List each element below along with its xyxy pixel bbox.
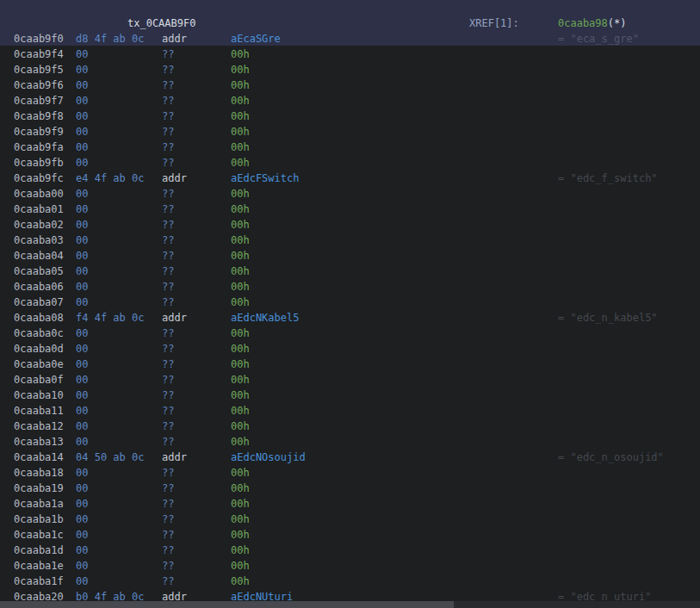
mnemonic-field[interactable]: ?? [162,202,174,217]
operand-field[interactable]: 00h [231,496,250,512]
listing-row[interactable]: 0caaba1b 00 ?? 00h [0,512,700,527]
mnemonic-field[interactable]: ?? [162,248,174,264]
mnemonic-field[interactable]: addr [162,31,187,47]
byte-values-field[interactable]: 00 [76,434,88,450]
byte-values-field[interactable]: 00 [76,78,88,93]
byte-values-field[interactable]: 00 [76,248,88,264]
byte-values-field[interactable]: 00 [76,279,88,295]
mnemonic-field[interactable]: ?? [162,543,174,558]
horizontal-scrollbar-thumb[interactable] [0,601,454,608]
operand-field[interactable]: 00h [231,295,250,310]
byte-values-field[interactable]: f4 4f ab 0c [76,310,144,326]
byte-values-field[interactable]: 00 [76,140,88,155]
listing-row[interactable]: 0caaba1d 00 ?? 00h [0,543,700,558]
listing-row[interactable]: 0caaba05 00 ?? 00h [0,264,700,279]
address-field[interactable]: 0caaba0c [14,326,64,341]
listing-row[interactable]: 0caab9f8 00 ?? 00h [0,109,700,124]
listing-row[interactable]: 0caaba13 00 ?? 00h [0,434,700,450]
mnemonic-field[interactable]: ?? [162,372,174,388]
address-field[interactable]: 0caaba1d [14,543,64,558]
listing-row[interactable]: 0caaba01 00 ?? 00h [0,202,700,217]
byte-values-field[interactable]: 00 [76,388,88,403]
listing-row[interactable]: 0caaba1c 00 ?? 00h [0,527,700,543]
byte-values-field[interactable]: 00 [76,109,88,124]
listing-row[interactable]: 0caaba00 00 ?? 00h [0,186,700,202]
byte-values-field[interactable]: 00 [76,326,88,341]
operand-field[interactable]: 00h [231,233,250,248]
mnemonic-field[interactable]: ?? [162,217,174,233]
mnemonic-field[interactable]: ?? [162,140,174,155]
operand-field[interactable]: 00h [231,326,250,341]
address-field[interactable]: 0caaba02 [14,217,64,233]
operand-field[interactable]: aEdcFSwitch [231,171,299,186]
operand-field[interactable]: 00h [231,403,250,419]
address-field[interactable]: 0caab9f0 [14,31,64,47]
address-field[interactable]: 0caaba11 [14,403,64,419]
operand-field[interactable]: 00h [231,140,250,155]
listing-row[interactable]: 0caaba0e 00 ?? 00h [0,357,700,372]
operand-field[interactable]: 00h [231,248,250,264]
mnemonic-field[interactable]: ?? [162,155,174,171]
listing-row[interactable]: 0caab9fc e4 4f ab 0c addr aEdcFSwitch = … [0,171,700,186]
address-field[interactable]: 0caaba1e [14,558,64,574]
address-field[interactable]: 0caaba10 [14,388,64,403]
address-field[interactable]: 0caaba14 [14,450,64,465]
mnemonic-field[interactable]: ?? [162,93,174,109]
address-field[interactable]: 0caaba18 [14,465,64,481]
operand-field[interactable]: 00h [231,279,250,295]
listing-row[interactable]: 0caab9fb 00 ?? 00h [0,155,700,171]
address-field[interactable]: 0caab9f6 [14,78,64,93]
operand-field[interactable]: 00h [231,465,250,481]
operand-field[interactable]: 00h [231,124,250,140]
mnemonic-field[interactable]: ?? [162,465,174,481]
operand-field[interactable]: 00h [231,264,250,279]
mnemonic-field[interactable]: ?? [162,481,174,496]
address-field[interactable]: 0caaba19 [14,481,64,496]
listing-row[interactable]: 0caaba19 00 ?? 00h [0,481,700,496]
mnemonic-field[interactable]: ?? [162,496,174,512]
address-field[interactable]: 0caab9fc [14,171,64,186]
address-field[interactable]: 0caaba0e [14,357,64,372]
listing-row[interactable]: 0caaba0d 00 ?? 00h [0,341,700,357]
operand-field[interactable]: 00h [231,558,250,574]
mnemonic-field[interactable]: ?? [162,341,174,357]
mnemonic-field[interactable]: ?? [162,512,174,527]
operand-field[interactable]: 00h [231,527,250,543]
byte-values-field[interactable]: 00 [76,527,88,543]
listing-row[interactable]: 0caaba08 f4 4f ab 0c addr aEdcNKabel5 = … [0,310,700,326]
operand-field[interactable]: aEcaSGre [231,31,281,47]
address-field[interactable]: 0caaba13 [14,434,64,450]
operand-field[interactable]: 00h [231,202,250,217]
address-field[interactable]: 0caaba03 [14,233,64,248]
operand-field[interactable]: 00h [231,217,250,233]
listing-row[interactable]: 0caab9f6 00 ?? 00h [0,78,700,93]
address-field[interactable]: 0caab9f4 [14,47,64,62]
address-field[interactable]: 0caaba04 [14,248,64,264]
operand-field[interactable]: 00h [231,357,250,372]
listing-row[interactable]: 0caaba11 00 ?? 00h [0,403,700,419]
mnemonic-field[interactable]: ?? [162,78,174,93]
horizontal-scrollbar[interactable] [0,601,700,608]
address-field[interactable]: 0caab9fa [14,140,64,155]
mnemonic-field[interactable]: ?? [162,388,174,403]
mnemonic-field[interactable]: addr [162,450,187,465]
byte-values-field[interactable]: 00 [76,543,88,558]
address-field[interactable]: 0caab9f7 [14,93,64,109]
address-field[interactable]: 0caaba01 [14,202,64,217]
listing-row[interactable]: 0caaba1a 00 ?? 00h [0,496,700,512]
address-field[interactable]: 0caab9f8 [14,109,64,124]
address-field[interactable]: 0caaba08 [14,310,64,326]
address-field[interactable]: 0caaba1c [14,527,64,543]
mnemonic-field[interactable]: ?? [162,574,174,589]
operand-field[interactable]: 00h [231,62,250,78]
listing-row[interactable]: 0caab9f5 00 ?? 00h [0,62,700,78]
listing-row[interactable]: 0caab9f9 00 ?? 00h [0,124,700,140]
mnemonic-field[interactable]: ?? [162,109,174,124]
listing-row[interactable]: 0caab9f0 d8 4f ab 0c addr aEcaSGre = "ec… [0,31,700,47]
byte-values-field[interactable]: 00 [76,264,88,279]
listing-row[interactable]: 0caaba03 00 ?? 00h [0,233,700,248]
byte-values-field[interactable]: 00 [76,574,88,589]
byte-values-field[interactable]: 00 [76,512,88,527]
listing-row[interactable]: 0caaba04 00 ?? 00h [0,248,700,264]
operand-field[interactable]: 00h [231,574,250,589]
